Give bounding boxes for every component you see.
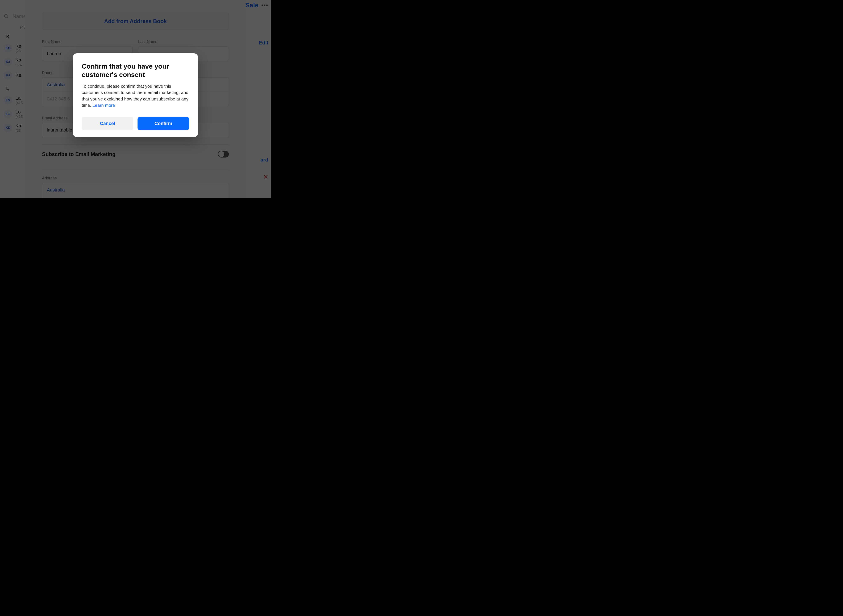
last-name-label: Last Name bbox=[138, 40, 229, 44]
section-header-k: K bbox=[0, 29, 25, 41]
contact-name: Ke bbox=[16, 43, 21, 49]
contact-item[interactable]: LG Lo (415 bbox=[0, 107, 25, 121]
contact-item[interactable]: KD Ka (23 bbox=[0, 121, 25, 135]
edit-link[interactable]: Edit bbox=[244, 40, 268, 46]
avatar: KB bbox=[4, 44, 12, 53]
card-link-fragment[interactable]: ard bbox=[244, 157, 268, 163]
avatar: KJ bbox=[4, 58, 12, 66]
search-placeholder: Name bbox=[13, 13, 25, 19]
contact-name: Ke bbox=[16, 73, 21, 78]
contact-sub: (415 bbox=[16, 101, 23, 105]
address-line-input[interactable] bbox=[42, 197, 229, 198]
toggle-knob bbox=[218, 151, 224, 157]
contact-item[interactable]: KJ Ke bbox=[0, 69, 25, 82]
avatar: KJ bbox=[4, 71, 12, 79]
more-icon[interactable]: ••• bbox=[261, 2, 268, 9]
close-icon[interactable]: ✕ bbox=[244, 173, 268, 180]
avatar: LN bbox=[4, 96, 12, 104]
subscribe-toggle[interactable] bbox=[218, 151, 229, 157]
contact-sub: (23 bbox=[16, 49, 21, 53]
dialog-body: To continue, please confirm that you hav… bbox=[82, 83, 189, 109]
contact-item[interactable]: KB Ke (23 bbox=[0, 41, 25, 55]
right-panel-edge: Sale ••• Edit ard ✕ bbox=[244, 0, 271, 198]
avatar: KD bbox=[4, 124, 12, 132]
avatar: LG bbox=[4, 110, 12, 118]
contact-sub: (415 bbox=[16, 115, 23, 119]
confirm-button[interactable]: Confirm bbox=[138, 117, 189, 130]
contact-name: Lo bbox=[16, 109, 23, 115]
contact-name: La bbox=[16, 95, 23, 101]
divider bbox=[42, 171, 229, 171]
section-header-l: L bbox=[0, 82, 25, 93]
learn-more-link[interactable]: Learn more bbox=[93, 103, 115, 108]
consent-confirm-dialog: Confirm that you have your customer's co… bbox=[73, 53, 198, 137]
subscribe-label: Subscribe to Email Marketing bbox=[42, 151, 115, 157]
first-name-label: First Name bbox=[42, 40, 133, 44]
cancel-button[interactable]: Cancel bbox=[82, 117, 133, 130]
contact-sub: new bbox=[16, 63, 22, 67]
contact-item[interactable]: KJ Ka new bbox=[0, 55, 25, 69]
contacts-count: (406 bbox=[0, 25, 25, 29]
search-icon bbox=[4, 14, 9, 19]
dialog-title: Confirm that you have your customer's co… bbox=[82, 62, 189, 79]
new-sale-link[interactable]: Sale bbox=[246, 1, 259, 9]
contact-name: Ka bbox=[16, 123, 21, 129]
contact-name: Ka bbox=[16, 57, 22, 63]
contacts-sidebar: Name (406 K KB Ke (23 KJ Ka new KJ Ke L bbox=[0, 0, 25, 198]
svg-line-1 bbox=[7, 17, 8, 18]
address-country-select[interactable]: Australia bbox=[42, 183, 229, 197]
contact-item[interactable]: LN La (415 bbox=[0, 93, 25, 107]
svg-point-0 bbox=[4, 15, 7, 18]
add-from-address-book-button[interactable]: Add from Address Book bbox=[42, 13, 229, 30]
address-label: Address bbox=[42, 176, 229, 180]
contact-sub: (23 bbox=[16, 129, 21, 133]
